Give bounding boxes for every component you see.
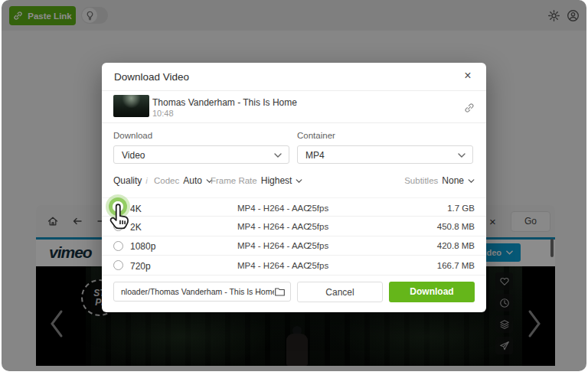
fps-cell: 25fps [307,241,328,250]
quality-row-720p[interactable]: 720p MP4 - H264 - AAC 25fps 166.7 MB [102,256,486,275]
chevron-down-icon [296,179,302,183]
quality-cell: 720p [130,261,151,272]
framerate-dropdown[interactable]: Frame Rate Highest [211,175,302,186]
video-duration: 10:48 [152,109,174,118]
quality-row-4k[interactable]: 4K MP4 - H264 - AAC 25fps 1.7 GB [102,197,486,217]
folder-icon[interactable] [274,286,286,298]
container-select[interactable]: MP4 [297,145,473,164]
divider [102,90,486,91]
screen: Paste Link × Go vimeo [0,0,588,375]
cancel-button[interactable]: Cancel [297,282,383,302]
video-title: Thomas Vanderham - This Is Home [152,97,297,108]
quality-cell: 4K [130,204,142,214]
chevron-down-icon [468,179,475,183]
divider [102,122,486,123]
radio-1080p[interactable] [113,241,123,251]
download-type-select[interactable]: Video [113,145,289,164]
codec-dropdown[interactable]: Codec Auto [154,175,213,186]
fps-cell: 25fps [307,222,328,231]
subtitles-label: Subtitles [404,176,438,185]
download-video-dialog: Download Video × Thomas Vanderham - This… [102,63,486,312]
dialog-title: Download Video [114,71,189,83]
fps-cell: 25fps [307,204,328,213]
subtitles-dropdown[interactable]: Subtitles None [404,175,475,186]
save-path-input[interactable] [121,282,274,301]
codec-value: Auto [183,175,202,186]
size-cell: 420.8 MB [437,241,475,250]
quality-row-2k[interactable]: 2K MP4 - H264 - AAC 25fps 450.8 MB [102,217,486,236]
quality-cell: 1080p [130,241,155,252]
download-type-value: Video [122,150,145,161]
size-cell: 450.8 MB [437,222,475,231]
format-cell: MP4 - H264 - AAC [237,241,310,250]
video-thumbnail [113,95,149,117]
chevron-down-icon [458,153,466,158]
hand-cursor-icon [107,204,132,233]
framerate-label: Frame Rate [211,176,257,185]
quality-table: 4K MP4 - H264 - AAC 25fps 1.7 GB 2K MP4 … [102,197,486,276]
format-options-row: Quality i Codec Auto Frame Rate Highest … [102,175,486,188]
quality-header: Quality i [113,175,148,186]
save-path-field[interactable] [113,282,291,302]
container-value: MP4 [305,150,325,161]
framerate-value: Highest [261,175,292,186]
download-type-label: Download [113,131,152,140]
fps-cell: 25fps [307,261,328,270]
quality-cell: 2K [130,222,142,233]
format-cell: MP4 - H264 - AAC [237,261,310,270]
download-button[interactable]: Download [389,282,475,302]
source-link-icon[interactable] [464,103,475,113]
format-cell: MP4 - H264 - AAC [237,222,310,231]
size-cell: 166.7 MB [437,261,475,270]
radio-720p[interactable] [113,260,123,270]
container-label: Container [297,131,335,140]
codec-label: Codec [154,176,179,185]
quality-row-1080p[interactable]: 1080p MP4 - H264 - AAC 25fps 420.8 MB [102,236,486,256]
chevron-down-icon [274,153,282,158]
info-icon[interactable]: i [145,176,147,185]
quality-label: Quality [113,175,142,186]
close-icon[interactable]: × [459,67,476,84]
size-cell: 1.7 GB [447,204,475,213]
format-cell: MP4 - H264 - AAC [237,204,310,213]
subtitles-value: None [442,175,464,186]
